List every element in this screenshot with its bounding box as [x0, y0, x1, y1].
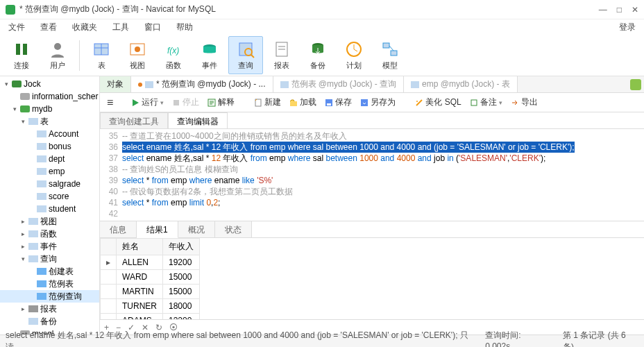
load-button[interactable]: 加载 — [287, 95, 319, 110]
tree-item[interactable]: emp — [0, 165, 99, 178]
table-row[interactable]: ADAMS13200 — [101, 314, 200, 320]
column-header[interactable]: 姓名 — [117, 239, 163, 255]
tool-query[interactable]: 查询 — [228, 36, 263, 74]
export-button[interactable]: 导出 — [508, 95, 541, 110]
tool-event[interactable]: 事件 — [192, 37, 227, 74]
connect-icon — [12, 40, 31, 59]
result-tab[interactable]: 状态 — [215, 221, 252, 237]
svg-rect-23 — [173, 100, 179, 105]
table-row[interactable]: MARTIN15000 — [101, 285, 200, 299]
result-tabs: 信息结果1概况状态 — [100, 221, 644, 238]
window-title: * 范例查询 @mydb (Jock) - 查询 - Navicat for M… — [19, 3, 599, 15]
tree-item[interactable]: 备份 — [0, 315, 99, 328]
document-tab[interactable]: 范例表 @mydb (Jock) - 查询 — [273, 76, 405, 92]
column-header[interactable]: 年收入 — [163, 239, 200, 255]
table-row[interactable]: WARD15000 — [101, 270, 200, 285]
beautify-button[interactable]: 美化 SQL — [412, 95, 464, 110]
tool-connect[interactable]: 连接 — [4, 37, 39, 74]
tree-item[interactable]: score — [0, 190, 99, 203]
tree-item[interactable]: information_scher — [0, 90, 99, 103]
tree-item[interactable]: bonus — [0, 140, 99, 153]
main-toolbar: 连接用户表视图f(x)函数事件查询报表备份计划模型 — [0, 35, 644, 76]
tree-item[interactable]: ▾mydb — [0, 103, 99, 115]
notes-button[interactable]: 备注▾ — [467, 95, 505, 110]
tool-func[interactable]: f(x)函数 — [156, 37, 191, 74]
table-icon — [92, 40, 111, 59]
stop-button[interactable]: 停止 — [169, 95, 202, 110]
wand-icon — [415, 99, 423, 107]
tool-model[interactable]: 模型 — [373, 37, 407, 74]
status-rows: 第 1 条记录 (共 6 条) — [563, 330, 638, 348]
svg-rect-0 — [16, 44, 20, 55]
sql-editor[interactable]: 35-- 查道工资在1000~4000之间的推销或销售员的姓名及年收入36sel… — [100, 129, 644, 221]
tool-table[interactable]: 表 — [84, 37, 119, 74]
tree-item[interactable]: ▾表 — [0, 115, 99, 128]
title-bar: * 范例查询 @mydb (Jock) - 查询 - Navicat for M… — [0, 0, 644, 19]
tool-plan[interactable]: 计划 — [337, 37, 371, 74]
tree-item[interactable]: ▾查询 — [0, 253, 99, 265]
menu-查看[interactable]: 查看 — [40, 22, 57, 33]
event-icon — [200, 40, 219, 59]
login-link[interactable]: 登录 — [619, 22, 636, 33]
menu-工具[interactable]: 工具 — [112, 22, 129, 33]
backup-icon — [308, 40, 328, 59]
minimize-icon[interactable]: — — [599, 5, 607, 15]
user-icon — [48, 40, 67, 59]
document-tabs: 对象* 范例查询 @mydb (Jock) - ...范例表 @mydb (Jo… — [100, 76, 644, 93]
saveas-button[interactable]: 另存为 — [357, 95, 398, 110]
tree-item[interactable]: ▾Jock — [0, 78, 99, 90]
document-tab[interactable]: 对象 — [100, 76, 131, 92]
tool-view[interactable]: 视图 — [120, 37, 155, 74]
maintenance-icon[interactable] — [630, 79, 641, 90]
document-tab[interactable]: * 范例查询 @mydb (Jock) - ... — [131, 76, 273, 92]
svg-point-7 — [135, 46, 140, 52]
menu-帮助[interactable]: 帮助 — [176, 22, 193, 33]
tree-item[interactable]: ▸函数 — [0, 228, 99, 240]
svg-rect-20 — [383, 43, 389, 48]
tool-backup[interactable]: 备份 — [300, 37, 335, 74]
result-tab[interactable]: 结果1 — [137, 221, 178, 238]
func-icon: f(x) — [164, 40, 183, 59]
menu-窗口[interactable]: 窗口 — [144, 22, 161, 33]
menu-收藏夹[interactable]: 收藏夹 — [72, 22, 97, 33]
svg-point-2 — [54, 43, 61, 50]
app-icon — [6, 5, 15, 15]
tree-item[interactable]: ▸事件 — [0, 240, 99, 253]
table-row[interactable]: TURNER18000 — [101, 299, 200, 314]
svg-rect-27 — [327, 103, 331, 105]
tree-item[interactable]: student — [0, 203, 99, 215]
model-icon — [380, 40, 400, 59]
result-tab[interactable]: 概况 — [178, 221, 215, 237]
new-icon — [254, 99, 262, 107]
maximize-icon[interactable]: □ — [617, 5, 622, 15]
explain-button[interactable]: 解释 — [205, 95, 237, 110]
table-row[interactable]: ▸ALLEN19200 — [101, 255, 200, 270]
hamburger-button[interactable]: ≡ — [104, 95, 116, 110]
export-icon — [511, 99, 519, 107]
result-grid[interactable]: 姓名年收入▸ALLEN19200WARD15000MARTIN15000TURN… — [100, 238, 644, 319]
new-button[interactable]: 新建 — [251, 95, 284, 110]
menu-文件[interactable]: 文件 — [8, 22, 25, 33]
svg-rect-28 — [361, 99, 368, 106]
close-icon[interactable]: ✕ — [632, 5, 638, 15]
tool-report[interactable]: 报表 — [264, 37, 299, 74]
tree-item[interactable]: 创建表 — [0, 265, 99, 278]
tree-item[interactable]: ▸视图 — [0, 215, 99, 228]
run-button[interactable]: 运行▾ — [128, 95, 167, 110]
tree-item[interactable]: ▸报表 — [0, 303, 99, 315]
subtab[interactable]: 查询创建工具 — [100, 112, 168, 128]
result-tab[interactable]: 信息 — [100, 221, 137, 237]
load-icon — [289, 99, 298, 107]
tree-item[interactable]: 范例查询 — [0, 290, 99, 303]
save-button[interactable]: 保存 — [322, 95, 355, 110]
tree-item[interactable]: 范例表 — [0, 278, 99, 290]
document-tab[interactable]: emp @mydb (Jock) - 表 — [404, 76, 518, 92]
tree-item[interactable]: dept — [0, 153, 99, 165]
tree-item[interactable]: Account — [0, 128, 99, 140]
subtab[interactable]: 查询编辑器 — [168, 112, 228, 128]
tree-item[interactable]: salgrade — [0, 178, 99, 190]
plan-icon — [344, 40, 364, 59]
save-icon — [325, 99, 333, 107]
tool-user[interactable]: 用户 — [40, 37, 75, 74]
menu-bar: 文件查看收藏夹工具窗口帮助登录 — [0, 19, 644, 35]
